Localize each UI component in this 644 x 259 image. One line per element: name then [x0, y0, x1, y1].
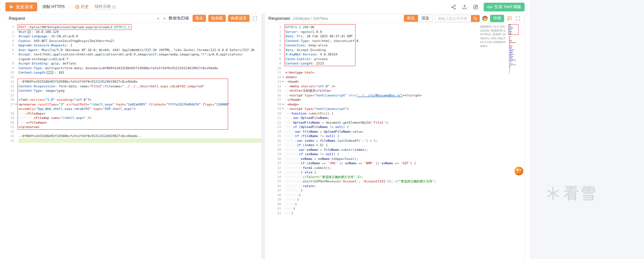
- line-number[interactable]: 23: [265, 125, 281, 129]
- line-number[interactable]: 10: [265, 66, 281, 71]
- line-number[interactable]: 42: [265, 211, 281, 216]
- code-line[interactable]: 9Content-Length:·2523: [265, 61, 524, 66]
- fold-chevron-icon[interactable]: [281, 75, 285, 80]
- line-number[interactable]: 12: [5, 79, 14, 84]
- line-number[interactable]: 32: [265, 166, 281, 170]
- line-number[interactable]: 3: [265, 34, 281, 39]
- line-number[interactable]: 17: [265, 97, 281, 102]
- code-line[interactable]: 15··<title>无标题页</title>: [265, 88, 524, 93]
- line-number[interactable]: 7: [265, 52, 281, 57]
- fold-chevron-icon[interactable]: [281, 106, 285, 111]
- hotload-button[interactable]: 热加载: [208, 15, 226, 22]
- code-line[interactable]: assembly="App_Web_shell.aspx.cdcab7d2"·t…: [5, 106, 261, 111]
- code-line[interactable]: 4Cookie:·ASP.NET_SessionId=x5fqg0suyzi2b…: [5, 39, 261, 43]
- fullscreen-icon[interactable]: [252, 15, 258, 21]
- render-button[interactable]: 渲染: [418, 15, 433, 22]
- code-line[interactable]: 41····}: [265, 206, 524, 211]
- code-line[interactable]: 38·······}: [265, 193, 524, 198]
- request-editor[interactable]: 1POST·/tplus/SM/SetupAccount/Upload.aspx…: [5, 23, 261, 259]
- line-number[interactable]: 1: [265, 25, 281, 30]
- hijack-example-link[interactable]: 劫持示例: [95, 4, 116, 10]
- line-number[interactable]: 9: [265, 61, 281, 66]
- code-line[interactable]: 33········}·else·{: [265, 170, 524, 175]
- fullscreen-icon[interactable]: [515, 15, 521, 21]
- code-line[interactable]: 35·········alert(UIPGetResouce('Account'…: [265, 179, 524, 184]
- code-line[interactable]: 14··<meta·charset="utf-8"·/>: [265, 84, 524, 89]
- code-line[interactable]: 25·····if·(fileName·!=·null)·{: [265, 134, 524, 138]
- line-number[interactable]: 5: [5, 43, 14, 48]
- line-number[interactable]: [5, 57, 14, 61]
- line-number[interactable]: 13: [5, 84, 14, 89]
- code-line[interactable]: 29·······if·(exName·!=·null)·{: [265, 152, 524, 157]
- line-number[interactable]: [5, 106, 14, 111]
- line-number[interactable]: 24: [265, 129, 281, 134]
- line-number[interactable]: 12: [265, 75, 281, 80]
- line-number[interactable]: 11: [265, 70, 281, 75]
- line-number[interactable]: 19: [5, 116, 14, 120]
- send-request-button[interactable]: 发送请求: [5, 2, 37, 11]
- line-number[interactable]: 14: [5, 88, 14, 93]
- code-line[interactable]: 42···}: [265, 211, 524, 216]
- line-number[interactable]: 23: [5, 134, 14, 138]
- line-number[interactable]: 19: [265, 106, 281, 111]
- code-line[interactable]: 13Content-Disposition:·form-data;·name="…: [5, 84, 261, 89]
- line-number[interactable]: 1: [5, 25, 14, 30]
- line-number[interactable]: 16: [5, 97, 14, 102]
- code-line[interactable]: 40·····}: [265, 202, 524, 207]
- code-line[interactable]: 9Content-Type:·multipart/form-data;·boun…: [5, 66, 261, 71]
- line-number[interactable]: 15: [5, 93, 14, 98]
- line-number[interactable]: 36: [265, 184, 281, 188]
- force-https-toggle[interactable]: 强制 HTTPS: [42, 4, 65, 10]
- inline-badge[interactable]: ≡: [27, 30, 31, 34]
- line-number[interactable]: 17: [5, 102, 14, 107]
- search-button[interactable]: [471, 15, 480, 22]
- code-line[interactable]: 18·<body>: [265, 102, 524, 107]
- code-line[interactable]: 37········}: [265, 188, 524, 193]
- code-line[interactable]: 24·····var·fileName·=·UploadFileName.val…: [265, 129, 524, 134]
- line-number[interactable]: 6: [5, 48, 14, 52]
- line-number[interactable]: 33: [265, 170, 281, 175]
- message-icon[interactable]: [506, 15, 513, 21]
- line-number[interactable]: 22: [5, 129, 14, 134]
- fold-chevron-icon[interactable]: [14, 102, 18, 107]
- code-line[interactable]: 6Vary:·Accept-Encoding: [265, 48, 524, 52]
- code-line[interactable]: 7X-AspNet-Version:·4.0.30319: [265, 52, 524, 57]
- code-line[interactable]: 14Content-Type:·image/jpeg: [5, 88, 261, 93]
- code-line[interactable]: 8Cache-Control:·private: [265, 57, 524, 61]
- code-line[interactable]: 5Upgrade-Insecure-Requests:·1: [5, 43, 261, 48]
- line-number[interactable]: 39: [265, 197, 281, 202]
- code-line[interactable]: 32·········form1.submit();: [265, 166, 524, 170]
- line-number[interactable]: 24: [5, 138, 14, 143]
- code-line[interactable]: 2Host≡:·10.0.100.129: [5, 30, 261, 34]
- line-number[interactable]: 26: [265, 138, 281, 143]
- line-number[interactable]: 30: [265, 157, 281, 161]
- code-line[interactable]: signed-exchange;v=b3;q=0.7: [5, 57, 261, 61]
- code-line[interactable]: 17<preserve·resultType="3"·virtualPath="…: [5, 102, 261, 107]
- beautify-button[interactable]: 美化: [193, 15, 206, 22]
- line-number[interactable]: 37: [265, 188, 281, 193]
- code-line[interactable]: 21</preserve>: [5, 125, 261, 129]
- code-line[interactable]: 16<?xml·version="1.0"·encoding="utf-8"?>: [5, 97, 261, 102]
- line-number[interactable]: 41: [265, 206, 281, 211]
- prev-history-button[interactable]: <: [156, 16, 160, 21]
- code-line[interactable]: 27······if·(index·>·0)·{: [265, 143, 524, 147]
- line-number[interactable]: 34: [265, 175, 281, 179]
- line-number[interactable]: 9: [5, 66, 14, 71]
- code-line[interactable]: 6User-Agent:·Mozilla/5.0·(Windows·NT·10.…: [5, 48, 261, 52]
- code-line[interactable]: 13·<head>: [265, 79, 524, 84]
- response-editor[interactable]: 1HTTP/1.1·200·OK2Server:·nginx/1.9.93Dat…: [265, 23, 524, 259]
- minimap[interactable]: [509, 25, 522, 74]
- code-line[interactable]: 23····if·(UploadFileName·!=·null)·{: [265, 125, 524, 129]
- line-number[interactable]: 3: [5, 34, 14, 39]
- code-line[interactable]: 28·······var·exName·=·fileName.substr(in…: [265, 147, 524, 152]
- line-number[interactable]: 14: [265, 84, 281, 89]
- panel-divider[interactable]: [261, 14, 265, 259]
- code-line[interactable]: 12--0f869fe3433106d92f2d588bcfafe1f34f0c…: [5, 79, 261, 84]
- code-line[interactable]: 22: [5, 129, 261, 134]
- search-input[interactable]: [435, 15, 471, 22]
- line-number[interactable]: 8: [265, 57, 281, 61]
- line-number[interactable]: 25: [265, 134, 281, 138]
- line-number[interactable]: 21: [5, 125, 14, 129]
- code-line[interactable]: 7Accept:·text/html,application/xhtml+xml…: [5, 52, 261, 57]
- code-line[interactable]: 10: [265, 66, 524, 71]
